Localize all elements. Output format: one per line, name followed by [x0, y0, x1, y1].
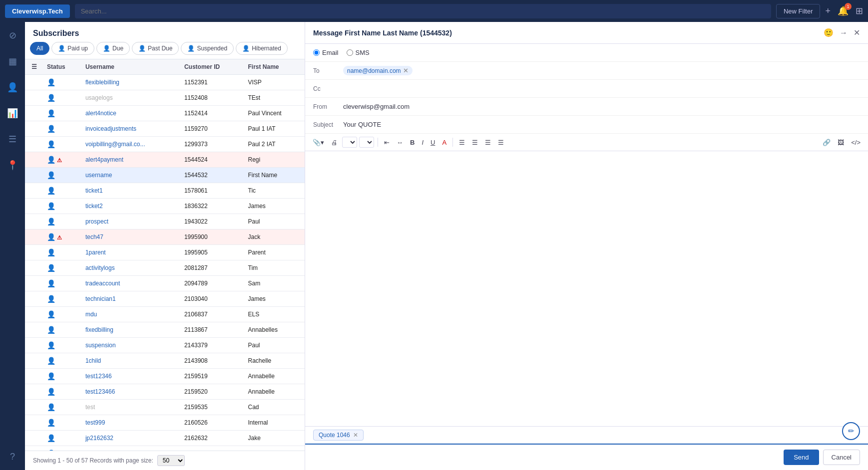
row-username-cell[interactable]: tech47 [81, 230, 180, 245]
justify-left-btn[interactable]: ☰ [456, 137, 467, 148]
table-row[interactable]: 👤usagelogs1152408TEst [25, 90, 305, 106]
tab-due[interactable]: 👤 Due [96, 42, 130, 55]
font-family-select[interactable]: Arial [342, 137, 357, 148]
table-row[interactable]: 👤flexiblebilling1152391VISP [25, 75, 305, 90]
bold-btn[interactable]: B [408, 137, 417, 148]
table-row[interactable]: 👤invoiceadjustments1159270Paul 1 IAT [25, 121, 305, 137]
row-username-cell[interactable]: tradeaccount [81, 276, 180, 291]
row-username-cell[interactable]: ticket1 [81, 183, 180, 199]
row-username-cell[interactable]: fixedbilling [81, 322, 180, 338]
sms-radio-label[interactable]: SMS [347, 49, 370, 56]
table-row[interactable]: 👤mdu2106837ELS [25, 307, 305, 322]
col-customer-id[interactable]: Customer ID [180, 59, 244, 75]
table-row[interactable]: 👤suspension2143379Paul [25, 338, 305, 353]
col-username[interactable]: Username [81, 59, 180, 75]
table-row[interactable]: 👤ticket11578061Tic [25, 183, 305, 199]
row-username-cell[interactable]: invoiceadjustments [81, 121, 180, 137]
underline-btn[interactable]: U [428, 137, 437, 148]
tab-hibernated[interactable]: 👤 Hibernated [236, 42, 288, 55]
table-row[interactable]: 👤alert4notice1152414Paul Vincent [25, 106, 305, 121]
row-username-cell[interactable]: username [81, 168, 180, 183]
editor-area[interactable] [305, 151, 868, 426]
row-username-cell[interactable]: jp2162632 [81, 431, 180, 446]
table-row[interactable]: 👤test123462159519Annabelle [25, 369, 305, 384]
row-username-cell[interactable]: ticket2 [81, 199, 180, 214]
footer-input[interactable] [313, 452, 784, 463]
table-row[interactable]: 👤voipbilling@gmail.co...1299373Paul 2 IA… [25, 137, 305, 152]
cc-row[interactable]: Cc [305, 80, 868, 98]
row-username-cell[interactable]: test12346 [81, 369, 180, 384]
table-row[interactable]: 👤technician12103040James [25, 291, 305, 307]
row-username-cell[interactable]: test999 [81, 415, 180, 431]
table-row[interactable]: 👤 ⚠tech471995900Jack [25, 230, 305, 245]
grid-icon[interactable]: ⊞ [856, 5, 863, 16]
table-row[interactable]: 👤test1234662159520Annabelle [25, 384, 305, 400]
emoji-icon[interactable]: 🙂 [824, 28, 834, 37]
table-row[interactable]: 👤username1544532First Name [25, 168, 305, 183]
row-username-cell[interactable]: usagelogs [81, 90, 180, 106]
forward-icon[interactable]: → [840, 28, 848, 37]
new-filter-button[interactable]: New Filter [776, 4, 821, 18]
table-row[interactable]: 👤demo2165768Jim [25, 446, 305, 451]
row-username-cell[interactable]: 1parent [81, 245, 180, 260]
email-radio-label[interactable]: Email [313, 49, 339, 56]
row-username-cell[interactable]: activitylogs [81, 260, 180, 276]
sidebar-icon-reports[interactable]: 📊 [4, 105, 21, 122]
row-username-cell[interactable]: test123466 [81, 384, 180, 400]
row-username-cell[interactable]: 1child [81, 353, 180, 369]
col-status[interactable]: Status [43, 59, 81, 75]
tab-past-due[interactable]: 👤 Past Due [132, 42, 179, 55]
sidebar-icon-list[interactable]: ☰ [5, 131, 19, 148]
row-username-cell[interactable]: prospect [81, 214, 180, 230]
row-username-cell[interactable]: flexiblebilling [81, 75, 180, 90]
attach-btn[interactable]: 📎▾ [310, 137, 327, 148]
cancel-button[interactable]: Cancel [823, 450, 860, 465]
row-username-cell[interactable]: technician1 [81, 291, 180, 307]
page-size-select[interactable]: 50 25 100 [157, 455, 185, 466]
justify-full-btn[interactable]: ☰ [495, 137, 506, 148]
table-row[interactable]: 👤activitylogs2081287Tim [25, 260, 305, 276]
table-row[interactable]: 👤tradeaccount2094789Sam [25, 276, 305, 291]
sidebar-icon-dashboard[interactable]: ▦ [5, 53, 20, 70]
table-row[interactable]: 👤1child2143908Rachelle [25, 353, 305, 369]
tab-all[interactable]: All [30, 42, 49, 55]
align-center-btn[interactable]: ↔ [394, 137, 406, 148]
font-size-select[interactable]: 12px [359, 137, 374, 148]
image-btn[interactable]: 🖼 [835, 137, 847, 148]
table-row[interactable]: 👤test9992160526Internal [25, 415, 305, 431]
search-input[interactable] [75, 4, 771, 18]
send-button[interactable]: Send [784, 450, 819, 465]
sidebar-icon-home[interactable]: ⊘ [6, 27, 19, 44]
col-first-name[interactable]: First Name [244, 59, 305, 75]
remove-quote-icon[interactable]: ✕ [353, 432, 358, 439]
close-icon[interactable]: ✕ [854, 28, 860, 37]
tab-suspended[interactable]: 👤 Suspended [181, 42, 234, 55]
row-username-cell[interactable]: demo [81, 446, 180, 451]
table-row[interactable]: 👤test2159535Cad [25, 400, 305, 415]
justify-center-btn[interactable]: ☰ [469, 137, 480, 148]
pen-icon-circle[interactable]: ✏ [842, 422, 860, 440]
justify-right-btn[interactable]: ☰ [482, 137, 493, 148]
row-username-cell[interactable]: alert4payment [81, 152, 180, 168]
align-left-btn[interactable]: ⇤ [382, 137, 392, 148]
sidebar-icon-users[interactable]: 👤 [4, 79, 21, 96]
table-row[interactable]: 👤1parent1995905Parent [25, 245, 305, 260]
color-btn[interactable]: A [439, 137, 449, 148]
remove-email-icon[interactable]: ✕ [403, 67, 409, 74]
print-btn[interactable]: 🖨 [329, 137, 340, 148]
subject-value[interactable]: Your QUOTE [343, 121, 860, 128]
row-username-cell[interactable]: suspension [81, 338, 180, 353]
sms-radio[interactable] [347, 49, 353, 56]
table-row[interactable]: 👤fixedbilling2113867Annabelles [25, 322, 305, 338]
row-username-cell[interactable]: mdu [81, 307, 180, 322]
code-btn[interactable]: </> [849, 137, 863, 148]
sidebar-icon-location[interactable]: 📍 [4, 157, 21, 174]
table-row[interactable]: 👤 ⚠alert4payment1544524Regi [25, 152, 305, 168]
table-row[interactable]: 👤jp21626322162632Jake [25, 431, 305, 446]
notification-icon[interactable]: 🔔 1 [838, 5, 849, 16]
italic-btn[interactable]: I [419, 137, 426, 148]
table-row[interactable]: 👤ticket21836322James [25, 199, 305, 214]
sidebar-icon-help[interactable]: ? [7, 449, 18, 465]
email-radio[interactable] [313, 49, 320, 56]
tab-paid-up[interactable]: 👤 Paid up [51, 42, 94, 55]
